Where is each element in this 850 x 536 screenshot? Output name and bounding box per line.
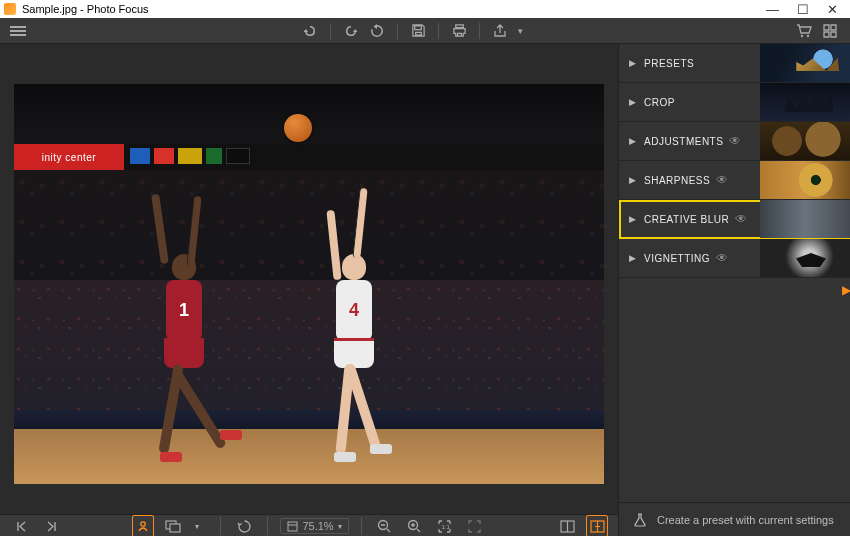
zoom-in-icon[interactable]: [404, 515, 426, 536]
panel-label: CROP: [644, 97, 675, 108]
maximize-button[interactable]: ☐: [797, 2, 809, 17]
collapse-handle-icon[interactable]: ▶: [842, 275, 850, 305]
cart-icon[interactable]: [794, 21, 814, 41]
menu-button[interactable]: [10, 24, 26, 38]
zoom-level[interactable]: 75.1% ▾: [280, 518, 348, 534]
visibility-icon[interactable]: 👁: [735, 212, 747, 226]
panel-sharpness[interactable]: ▶ SHARPNESS 👁: [619, 161, 850, 200]
grid-view-icon[interactable]: [820, 21, 840, 41]
panel-thumb: [760, 239, 850, 277]
print-icon[interactable]: [449, 21, 469, 41]
window-controls: — ☐ ✕: [766, 2, 846, 17]
panel-label: VIGNETTING: [644, 253, 710, 264]
single-view-icon[interactable]: [132, 515, 154, 536]
fit-screen-icon: [287, 521, 298, 532]
minimize-button[interactable]: —: [766, 2, 779, 17]
basketball: [284, 114, 312, 142]
arena-sign: inity center: [14, 144, 124, 170]
svg-point-1: [807, 34, 809, 36]
window-title: Sample.jpg - Photo Focus: [22, 3, 766, 15]
flask-icon: [633, 513, 647, 527]
svg-rect-5: [288, 522, 297, 531]
top-toolbar: ▾: [0, 18, 850, 44]
panel-crop[interactable]: ▶ CROP: [619, 83, 850, 122]
divider: [361, 517, 362, 535]
share-chevron-icon[interactable]: ▾: [510, 21, 530, 41]
zoom-chevron-icon: ▾: [338, 522, 342, 531]
panel-presets[interactable]: ▶ PRESETS: [619, 44, 850, 83]
visibility-icon[interactable]: 👁: [716, 173, 728, 187]
jersey-number: 1: [166, 280, 202, 340]
panel-list: ▶ PRESETS ▶ CROP ▶ ADJUSTMENTS 👁 ▶ SHARP…: [619, 44, 850, 502]
zoom-out-icon[interactable]: [374, 515, 396, 536]
caret-icon: ▶: [629, 175, 636, 185]
caret-icon: ▶: [629, 97, 636, 107]
left-pane: inity center 1: [0, 44, 618, 536]
actual-size-icon[interactable]: 1:1: [434, 515, 456, 536]
right-panel: ▶ PRESETS ▶ CROP ▶ ADJUSTMENTS 👁 ▶ SHARP…: [618, 44, 850, 536]
panel-label: ADJUSTMENTS: [644, 136, 723, 147]
caret-icon: ▶: [629, 58, 636, 68]
history-group: ▾: [300, 21, 530, 41]
player-defender: 1: [164, 254, 204, 368]
photo-content: inity center 1: [14, 84, 604, 484]
svg-rect-4: [170, 524, 180, 532]
undo-icon[interactable]: [300, 21, 320, 41]
panel-label: PRESETS: [644, 58, 694, 69]
bottom-toolbar: ▾ 75.1% ▾ 1:1: [0, 514, 618, 536]
caret-icon: ▶: [629, 214, 636, 224]
divider: [397, 23, 398, 39]
panel-creative-blur[interactable]: ▶ CREATIVE BLUR 👁: [619, 200, 850, 239]
compare-view-icon[interactable]: [162, 515, 184, 536]
before-after-icon[interactable]: [556, 515, 578, 536]
fit-icon[interactable]: [464, 515, 486, 536]
prev-image-icon[interactable]: [10, 515, 32, 536]
panel-thumb: [760, 83, 850, 121]
panel-label: CREATIVE BLUR: [644, 214, 729, 225]
canvas-area: inity center 1: [0, 44, 618, 514]
divider: [479, 23, 480, 39]
reset-icon[interactable]: [367, 21, 387, 41]
jersey-number: 4: [336, 280, 372, 340]
main-layout: inity center 1: [0, 44, 850, 536]
close-button[interactable]: ✕: [827, 2, 838, 17]
split-view-icon[interactable]: [586, 515, 608, 536]
panel-adjustments[interactable]: ▶ ADJUSTMENTS 👁: [619, 122, 850, 161]
divider: [267, 517, 268, 535]
create-preset-button[interactable]: Create a preset with current settings: [619, 502, 850, 536]
share-icon[interactable]: [490, 21, 510, 41]
app-icon: [4, 3, 16, 15]
svg-point-0: [801, 34, 803, 36]
caret-icon: ▶: [629, 136, 636, 146]
next-image-icon[interactable]: [40, 515, 62, 536]
caret-icon: ▶: [629, 253, 636, 263]
compare-chevron-icon[interactable]: ▾: [186, 515, 208, 536]
redo-icon[interactable]: [341, 21, 361, 41]
svg-point-2: [141, 522, 145, 526]
panel-thumb: [760, 44, 850, 82]
view-group: [794, 21, 840, 41]
panel-thumb: [760, 161, 850, 199]
titlebar: Sample.jpg - Photo Focus — ☐ ✕: [0, 0, 850, 18]
divider: [330, 23, 331, 39]
save-icon[interactable]: [408, 21, 428, 41]
panel-vignetting[interactable]: ▶ VIGNETTING 👁: [619, 239, 850, 278]
photo-canvas[interactable]: inity center 1: [14, 84, 604, 484]
create-preset-label: Create a preset with current settings: [657, 514, 834, 526]
panel-thumb: [760, 122, 850, 160]
panel-label: SHARPNESS: [644, 175, 710, 186]
zoom-value: 75.1%: [302, 520, 333, 532]
rotate-icon[interactable]: [233, 515, 255, 536]
divider: [438, 23, 439, 39]
svg-text:1:1: 1:1: [442, 524, 451, 530]
visibility-icon[interactable]: 👁: [729, 134, 741, 148]
player-shooter: 4: [334, 254, 374, 368]
visibility-icon[interactable]: 👁: [716, 251, 728, 265]
divider: [220, 517, 221, 535]
panel-thumb: [760, 200, 850, 238]
